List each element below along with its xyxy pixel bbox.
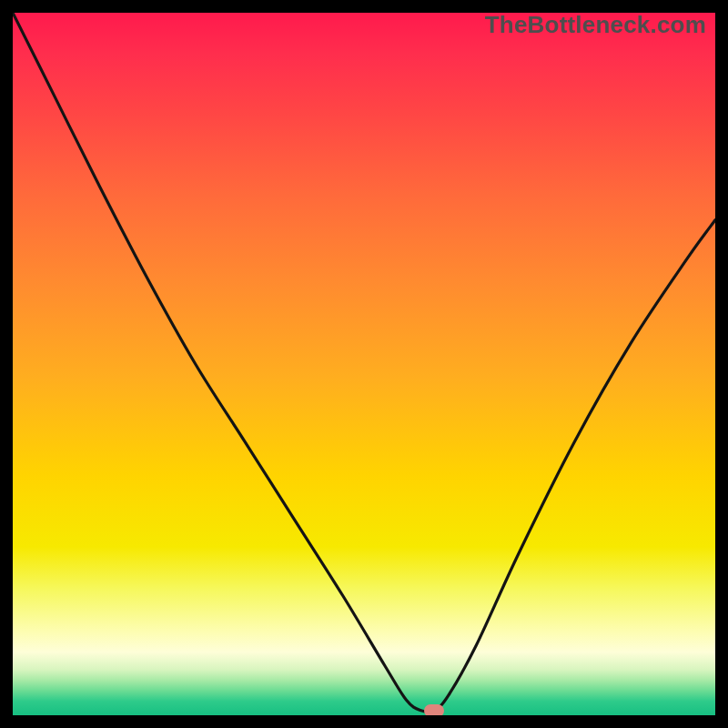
bottleneck-marker — [424, 704, 444, 715]
curve-svg — [13, 13, 715, 715]
watermark-text: TheBottleneck.com — [485, 13, 706, 39]
plot-area: TheBottleneck.com — [13, 13, 715, 715]
bottleneck-curve — [13, 13, 715, 712]
chart-frame: TheBottleneck.com — [0, 0, 728, 728]
